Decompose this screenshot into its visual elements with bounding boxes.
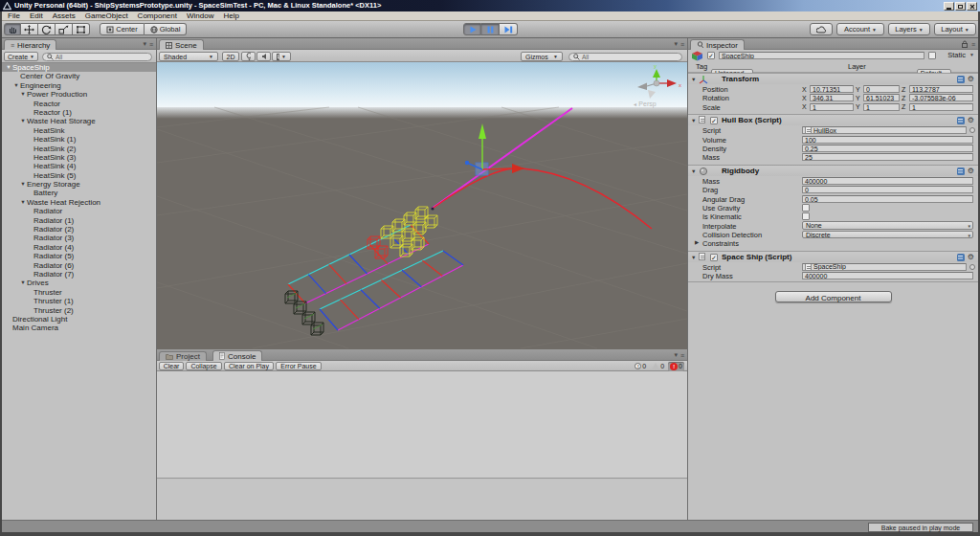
minimize-button[interactable]	[944, 2, 954, 11]
constraints-row[interactable]: ▶ Constraints	[688, 238, 978, 247]
menu-assets[interactable]: Assets	[48, 11, 80, 21]
close-button[interactable]	[967, 2, 977, 11]
hierarchy-item[interactable]: ▼Engineering	[2, 81, 156, 90]
title-bar[interactable]: Unity Personal (64bit) - ShipSystemsProt…	[0, 0, 980, 11]
clear-on-play-button[interactable]: Clear on Play	[224, 362, 274, 370]
gizmo-center-sphere[interactable]	[654, 80, 659, 86]
angular-drag-field[interactable]: 0.05	[802, 195, 973, 203]
hierarchy-item[interactable]: Main Camera	[2, 324, 156, 332]
help-doc-icon[interactable]	[957, 254, 965, 261]
scene-canvas[interactable]: y x	[157, 62, 687, 349]
menu-help[interactable]: Help	[218, 11, 243, 21]
rotate-tool-button[interactable]	[38, 23, 56, 35]
hierarchy-item[interactable]: Radiator (3)	[2, 234, 156, 242]
tab-hierarchy[interactable]: ≡ Hierarchy	[4, 39, 56, 50]
gizmos-dropdown[interactable]: Gizmos ▼	[521, 52, 563, 61]
hierarchy-item[interactable]: ▼SpaceShip	[2, 63, 156, 72]
hierarchy-item[interactable]: Radiator	[2, 207, 156, 215]
menu-window[interactable]: Window	[182, 11, 218, 21]
menu-gameobject[interactable]: GameObject	[80, 11, 133, 21]
pivot-center-button[interactable]: Center	[100, 23, 145, 35]
hierarchy-item[interactable]: Radiator (4)	[2, 243, 156, 252]
hierarchy-item[interactable]: Reactor (1)	[2, 108, 156, 117]
foldout-arrow[interactable]: ▼	[19, 117, 27, 125]
static-dropdown-arrow[interactable]: ▼	[969, 52, 974, 57]
gear-icon[interactable]: ⚙	[968, 168, 974, 175]
foldout-arrow[interactable]: ▼	[19, 279, 27, 287]
menu-component[interactable]: Component	[133, 11, 182, 21]
hierarchy-item[interactable]: Directional Light	[2, 315, 156, 324]
drag-field[interactable]: 0	[802, 186, 973, 193]
tab-inspector[interactable]: Inspector	[690, 39, 745, 50]
rigidbody-header[interactable]: ▼ Rigidbody ⚙	[688, 165, 978, 176]
hierarchy-item[interactable]: HeatSink (1)	[2, 135, 156, 144]
layout-dropdown[interactable]: Layout ▼	[934, 23, 976, 35]
scene-lighting-toggle[interactable]	[241, 52, 256, 61]
collapse-button[interactable]: Collapse	[186, 362, 222, 370]
use-gravity-checkbox[interactable]	[802, 204, 810, 212]
hullbox-header[interactable]: ▼ ✓ Hull Box (Script) ⚙	[688, 114, 978, 125]
error-count-toggle[interactable]: !0	[668, 362, 684, 371]
hierarchy-item[interactable]: HeatSink (4)	[2, 162, 156, 170]
is-kinematic-checkbox[interactable]	[802, 212, 810, 220]
scene-effects-dropdown[interactable]: ▼	[272, 52, 291, 61]
tab-console[interactable]: Console	[212, 350, 262, 361]
gear-icon[interactable]: ⚙	[968, 254, 974, 261]
help-doc-icon[interactable]	[957, 168, 965, 175]
pivot-global-button[interactable]: Global	[145, 23, 187, 35]
bake-status-button[interactable]: Bake paused in play mode	[868, 523, 973, 532]
perspective-label[interactable]: ◄ Persp	[633, 100, 657, 107]
menu-edit[interactable]: Edit	[25, 11, 48, 21]
foldout-arrow[interactable]: ▼	[5, 63, 12, 72]
panel-menu-icon[interactable]: ▾≡	[143, 40, 153, 48]
scale-z-field[interactable]: 1	[909, 103, 973, 111]
help-doc-icon[interactable]	[957, 76, 965, 83]
foldout-arrow[interactable]: ▼	[19, 180, 27, 189]
spaceship-script-header[interactable]: ▼ ✓ Space Ship (Script) ⚙	[688, 251, 978, 262]
foldout-arrow[interactable]: ▼	[19, 198, 27, 207]
scene-search-input[interactable]: All	[568, 53, 682, 61]
error-pause-button[interactable]: Error Pause	[276, 362, 322, 370]
hierarchy-item[interactable]: HeatSink (5)	[2, 171, 156, 180]
info-count-toggle[interactable]: !0	[633, 362, 648, 371]
console-log-list[interactable]	[157, 371, 687, 479]
hierarchy-item[interactable]: Battery	[2, 189, 156, 197]
scene-viewport[interactable]: y x ◄ Persp	[157, 62, 687, 349]
hand-tool-button[interactable]	[4, 23, 21, 35]
hierarchy-item[interactable]: Radiator (6)	[2, 261, 156, 270]
foldout-arrow[interactable]: ▼	[19, 90, 27, 99]
gear-icon[interactable]: ⚙	[968, 117, 974, 124]
hierarchy-item[interactable]: Radiator (2)	[2, 225, 156, 234]
play-button[interactable]	[463, 23, 481, 35]
component-enabled-checkbox[interactable]: ✓	[710, 117, 718, 124]
create-button[interactable]: Create ▼	[4, 52, 38, 61]
volume-field[interactable]: 100	[802, 136, 973, 144]
render-mode-dropdown[interactable]: Shaded ▼	[159, 52, 218, 61]
density-field[interactable]: 0.25	[802, 145, 973, 152]
foldout-arrow[interactable]: ▼	[12, 81, 20, 90]
restore-button[interactable]	[955, 2, 966, 11]
collision-detection-dropdown[interactable]: Discrete▾	[802, 231, 973, 239]
step-button[interactable]	[500, 23, 518, 35]
pause-button[interactable]	[481, 23, 500, 35]
object-picker-icon[interactable]	[969, 264, 975, 270]
position-x-field[interactable]: 10.71351	[810, 85, 854, 93]
component-enabled-checkbox[interactable]: ✓	[710, 254, 718, 261]
scale-x-field[interactable]: 1	[810, 103, 854, 111]
dry-mass-field[interactable]: 400000	[802, 272, 973, 279]
cloud-button[interactable]	[810, 23, 833, 35]
script-reference-field[interactable]: HullBox	[802, 126, 967, 134]
tab-scene[interactable]: Scene	[159, 39, 204, 50]
z-axis-tip[interactable]	[465, 161, 469, 165]
rb-mass-field[interactable]: 400000	[802, 177, 973, 185]
account-dropdown[interactable]: Account ▼	[836, 23, 884, 35]
tab-project[interactable]: Project	[159, 351, 207, 361]
hierarchy-item[interactable]: ▼Power Production	[2, 90, 156, 99]
hierarchy-item[interactable]: Thruster (2)	[2, 306, 156, 315]
position-y-field[interactable]: 0	[863, 85, 900, 93]
rotation-z-field[interactable]: -3.075583e-06	[909, 94, 973, 101]
menu-file[interactable]: File	[3, 11, 25, 21]
rotation-y-field[interactable]: 61.51023	[863, 94, 900, 101]
warning-count-toggle[interactable]: 0	[650, 362, 666, 371]
object-picker-icon[interactable]	[969, 127, 975, 133]
